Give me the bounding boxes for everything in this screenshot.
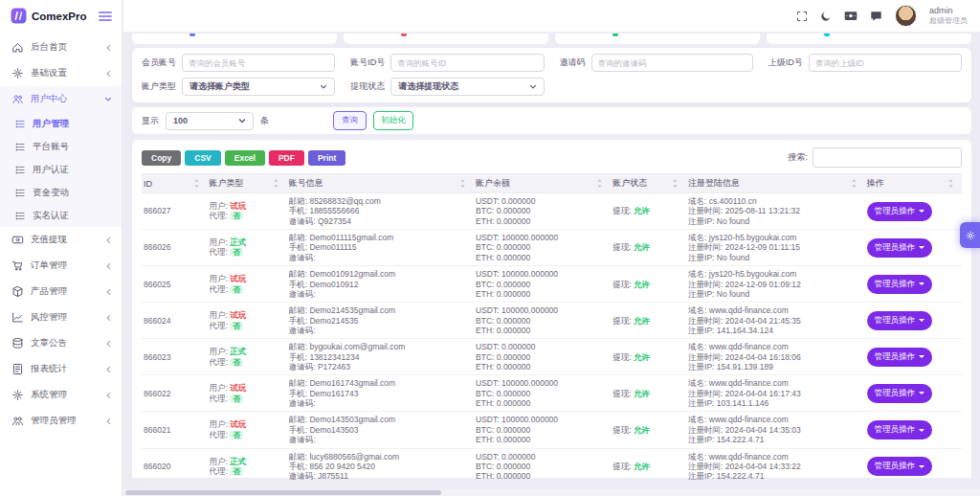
chevron-left-icon — [105, 288, 112, 296]
column-header-action[interactable]: 操作 — [865, 177, 962, 190]
register-time-value: 2025-08-11 13:21:32 — [725, 206, 800, 215]
select-value: 请选择提现状态 — [398, 80, 458, 93]
domain-value: www.qdd-finance.com — [709, 452, 789, 462]
sort-icon[interactable] — [596, 178, 603, 189]
filter-field-account-id: 账号ID号 — [350, 54, 544, 72]
page-size-select[interactable]: 100 — [166, 112, 254, 130]
chat-icon[interactable] — [870, 11, 882, 22]
admin-action-button[interactable]: 管理员操作 — [867, 202, 933, 221]
sidebar-item-admin-management[interactable]: 管理员管理 — [0, 408, 122, 434]
field-label: 邮箱: — [289, 196, 310, 206]
withdraw-status-select[interactable]: 请选择提现状态 — [390, 78, 544, 96]
print-export-button[interactable]: Print — [308, 150, 345, 166]
sidebar-item-platform-accounts[interactable]: 平台账号 — [0, 135, 122, 158]
admin-action-label: 管理员操作 — [875, 388, 916, 399]
account-type-select[interactable]: 请选择账户类型 — [182, 78, 335, 96]
sidebar-item-product-management[interactable]: 产品管理 — [0, 279, 122, 304]
column-header-status[interactable]: 账户状态 — [611, 177, 686, 190]
cash-icon[interactable] — [844, 11, 858, 21]
sort-icon[interactable] — [851, 178, 858, 189]
admin-action-button[interactable]: 管理员操作 — [867, 348, 933, 367]
cell-action: 管理员操作 — [865, 275, 962, 294]
invite-code-input[interactable] — [591, 54, 753, 72]
admin-action-button[interactable]: 管理员操作 — [867, 238, 933, 258]
account-id-input[interactable] — [390, 54, 544, 72]
column-header-id[interactable]: ID — [142, 178, 208, 189]
field-label: 注册时间: — [688, 425, 725, 435]
pdf-export-button[interactable]: PDF — [269, 150, 304, 166]
field-label: 注册时间: — [688, 206, 725, 215]
field-label: 注册IP: — [688, 216, 717, 226]
sidebar-item-user-management[interactable]: 用户管理 — [0, 112, 122, 135]
sidebar-item-user-auth[interactable]: 用户认证 — [0, 158, 122, 181]
display-bar: 显示 100 条 查询 初始化 — [132, 107, 971, 134]
admin-action-button[interactable]: 管理员操作 — [867, 457, 933, 476]
copy-export-button[interactable]: Copy — [142, 150, 181, 166]
eth-balance: 0.000000 — [497, 216, 530, 226]
field-label: 域名: — [688, 233, 709, 242]
field-label: 邀请码: — [289, 289, 316, 299]
sidebar-toggle-icon[interactable] — [99, 11, 112, 22]
parent-id-input[interactable] — [809, 54, 962, 72]
eth-balance: 0.000000 — [497, 326, 530, 335]
sidebar-item-funds-changes[interactable]: 资金变动 — [0, 181, 122, 204]
field-label: 注册IP: — [688, 289, 717, 299]
csv-export-button[interactable]: CSV — [185, 150, 220, 166]
cell-register-info: 域名: www.qdd-finance.com注册时间: 2024-04-04 … — [686, 342, 865, 372]
sort-icon[interactable] — [273, 178, 279, 189]
sidebar-item-risk-management[interactable]: 风控管理 — [0, 304, 122, 330]
chart-icon — [11, 311, 24, 324]
column-header-reg[interactable]: 注册登陆信息 — [686, 177, 865, 190]
sort-icon[interactable] — [947, 178, 954, 189]
list-icon — [15, 142, 26, 152]
table-search-input[interactable] — [813, 147, 962, 168]
sidebar-item-system-management[interactable]: 系统管理 — [0, 382, 122, 408]
query-button[interactable]: 查询 — [333, 111, 367, 130]
field-label: 邮箱: — [289, 305, 310, 315]
field-label: 域名: — [688, 452, 709, 462]
field-label: BTC: — [476, 280, 497, 289]
customizer-fab[interactable] — [960, 222, 980, 248]
admin-action-label: 管理员操作 — [875, 242, 916, 254]
admin-action-button[interactable]: 管理员操作 — [867, 420, 933, 440]
sort-icon[interactable] — [193, 178, 200, 189]
sort-icon[interactable] — [459, 178, 466, 189]
sidebar-item-user-center[interactable]: 用户中心 — [0, 86, 122, 112]
column-header-info[interactable]: 账号信息 — [287, 177, 474, 190]
sidebar-item-report-statistics[interactable]: 报表统计 — [0, 356, 122, 382]
cell-account-status: 提现: 允许 — [611, 280, 686, 289]
column-header-balance[interactable]: 账户余额 — [474, 177, 611, 190]
cell-register-info: 域名: www.qdd-finance.com注册时间: 2024-04-04 … — [686, 452, 865, 482]
field-label: USDT: — [476, 452, 501, 462]
user-avatar[interactable] — [895, 5, 917, 27]
column-header-type[interactable]: 账户类型 — [208, 177, 287, 190]
admin-action-button[interactable]: 管理员操作 — [867, 275, 933, 294]
field-label: BTC: — [476, 462, 497, 471]
table-toolbar: CopyCSVExcelPDFPrint 搜索: — [142, 147, 962, 168]
sidebar-item-order-management[interactable]: 订单管理 — [0, 253, 122, 279]
cell-account-info: 邮箱: lucy6880565@gmai.com手机: 856 20 9420 … — [287, 452, 474, 482]
fullscreen-icon[interactable] — [796, 11, 808, 22]
cell-account-info: 邮箱: Demo161743gmail.com手机: Demo161743邀请码… — [287, 378, 474, 408]
column-header-label: 账户余额 — [476, 177, 510, 190]
field-label: 提现: — [612, 242, 634, 252]
register-ip-value: 141.164.34.124 — [717, 326, 773, 335]
horizontal-scrollbar[interactable] — [123, 489, 980, 496]
reset-button[interactable]: 初始化 — [373, 111, 413, 130]
sidebar-item-article-announcement[interactable]: 文章公告 — [0, 330, 122, 356]
member-account-input[interactable] — [182, 54, 335, 72]
email-value: bygoukai.com@gmail.com — [309, 342, 405, 351]
row-id: 866026 — [144, 242, 170, 252]
horizontal-scrollbar-thumb[interactable] — [125, 490, 441, 495]
chevron-left-icon — [105, 44, 112, 52]
moon-icon[interactable] — [820, 11, 832, 22]
filter-select-slot: 提现状态请选择提现状态 — [350, 78, 544, 96]
sidebar-item-home[interactable]: 后台首页 — [0, 34, 122, 60]
sort-icon[interactable] — [672, 178, 679, 189]
sidebar-item-real-name-auth[interactable]: 实名认证 — [0, 204, 122, 227]
admin-action-button[interactable]: 管理员操作 — [867, 384, 933, 403]
excel-export-button[interactable]: Excel — [225, 150, 265, 166]
admin-action-button[interactable]: 管理员操作 — [867, 311, 933, 330]
sidebar-item-basic-settings[interactable]: 基础设置 — [0, 60, 122, 86]
sidebar-item-recharge-withdraw[interactable]: 充值提现 — [0, 227, 122, 253]
